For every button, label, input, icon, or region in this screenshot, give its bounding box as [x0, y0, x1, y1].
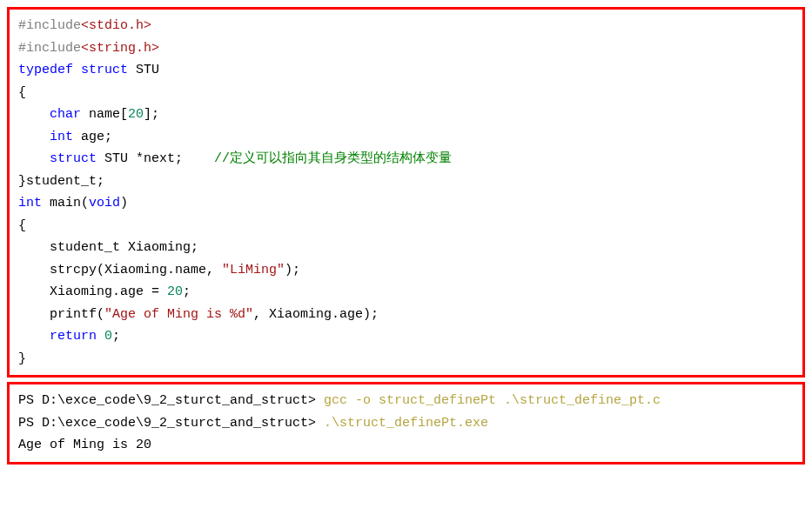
prompt: PS D:\exce_code\9_2_sturct_and_struct> [18, 393, 324, 408]
text: ; [183, 284, 191, 299]
text: ); [285, 263, 300, 277]
terminal-panel: PS D:\exce_code\9_2_sturct_and_struct> g… [7, 382, 805, 465]
terminal-line: PS D:\exce_code\9_2_sturct_and_struct> .… [18, 412, 794, 435]
code-line: printf("Age of Ming is %d", Xiaoming.age… [18, 304, 794, 326]
keyword: int [50, 130, 73, 144]
include-file: <stdio.h> [81, 18, 151, 33]
include-file: <string.h> [81, 41, 159, 56]
number: 20 [128, 107, 144, 122]
indent [18, 151, 50, 166]
code-line: #include<string.h> [18, 37, 794, 60]
code-line: return 0; [18, 325, 794, 348]
text: name[ [81, 107, 128, 122]
keyword: return [50, 329, 97, 344]
code-panel: #include<stdio.h> #include<string.h> typ… [7, 7, 805, 378]
string-literal: "LiMing" [222, 263, 285, 277]
command: .\struct_definePt.exe [324, 416, 488, 431]
text [97, 329, 104, 344]
command: gcc -o struct_definePt .\struct_define_p… [324, 393, 661, 408]
indent [18, 329, 50, 344]
code-line: char name[20]; [18, 104, 794, 126]
code-line: }student_t; [18, 170, 794, 193]
prompt: PS D:\exce_code\9_2_sturct_and_struct> [18, 416, 324, 431]
keyword: typedef [18, 63, 73, 77]
terminal-output: Age of Ming is 20 [18, 434, 794, 457]
comment: //定义可以指向其自身类型的结构体变量 [214, 151, 452, 166]
code-line: { [18, 82, 794, 104]
identifier: STU [128, 63, 159, 77]
code-line: strcpy(Xiaoming.name, "LiMing"); [18, 259, 794, 282]
text: STU *next; [97, 151, 214, 166]
text: printf( [18, 307, 104, 322]
code-line: int main(void) [18, 192, 794, 215]
text: ; [112, 329, 120, 344]
preprocessor: #include [18, 18, 81, 33]
keyword: struct [50, 151, 97, 166]
string-literal: "Age of Ming is %d" [104, 307, 253, 322]
keyword: char [50, 107, 81, 122]
number: 0 [104, 329, 112, 344]
terminal-line: PS D:\exce_code\9_2_sturct_and_struct> g… [18, 390, 794, 412]
code-line: { [18, 215, 794, 237]
text: , Xiaoming.age); [253, 307, 379, 322]
code-line: struct STU *next; //定义可以指向其自身类型的结构体变量 [18, 148, 794, 170]
preprocessor: #include [18, 41, 81, 56]
keyword: void [89, 196, 120, 211]
text: strcpy(Xiaoming.name, [18, 263, 222, 277]
text: age; [73, 130, 112, 144]
text: ) [120, 196, 128, 211]
keyword: struct [81, 63, 128, 77]
code-line: student_t Xiaoming; [18, 237, 794, 259]
code-line: #include<stdio.h> [18, 15, 794, 37]
text [73, 63, 81, 77]
indent [18, 107, 50, 122]
keyword: int [18, 196, 42, 211]
code-line: int age; [18, 126, 794, 149]
text: Xiaoming.age = [18, 284, 167, 299]
code-line: typedef struct STU [18, 59, 794, 82]
text: main( [42, 196, 89, 211]
code-line: Xiaoming.age = 20; [18, 281, 794, 304]
indent [18, 130, 50, 144]
text: ]; [144, 107, 159, 122]
number: 20 [167, 284, 183, 299]
code-line: } [18, 348, 794, 371]
